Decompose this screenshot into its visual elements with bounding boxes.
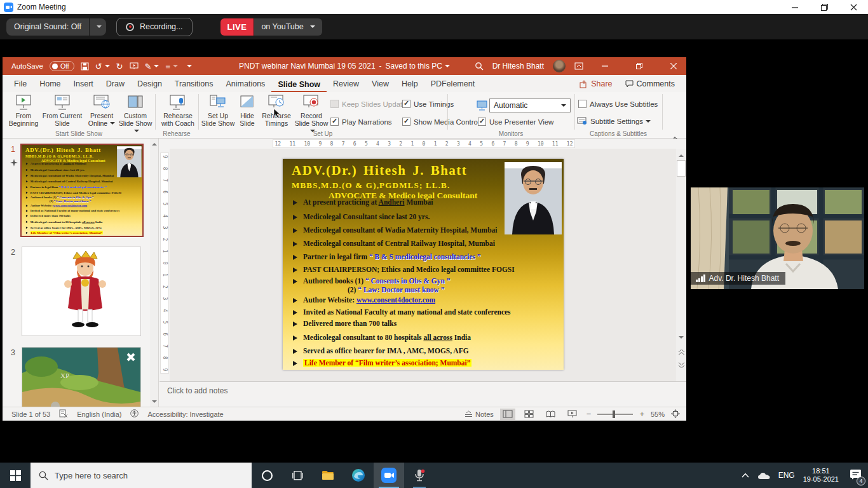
cortana-button[interactable] [252,463,282,488]
slide-counter[interactable]: Slide 1 of 53 [11,410,50,418]
maximize-icon[interactable] [810,0,839,14]
user-name[interactable]: Dr Hitesh Bhatt [492,62,544,71]
rehearse-with-coach-button[interactable]: Rehearse with Coach [159,94,197,127]
group-start-slide-show: Start Slide Show [3,130,155,137]
start-slideshow-icon[interactable] [130,62,139,70]
close-icon[interactable] [839,0,868,14]
autosave-toggle[interactable]: Off [50,61,74,71]
tab-home[interactable]: Home [33,76,67,92]
previous-slide-icon[interactable] [676,348,686,356]
spellcheck-icon[interactable] [59,409,68,419]
qat-customize-icon[interactable] [184,64,192,69]
task-view-button[interactable] [282,463,313,488]
ribbon-display-options-icon[interactable] [574,62,583,70]
recorder-app-button[interactable] [404,463,435,488]
list-icon[interactable]: ≡ [165,62,178,71]
notes-toggle[interactable]: Notes [465,410,494,418]
zoom-slider-knob[interactable] [613,410,615,418]
play-narrations-checkbox[interactable]: Play Narrations [330,118,392,126]
fit-slide-icon[interactable] [671,409,680,419]
slide-thumbnail-3[interactable]: XP [22,347,141,407]
taskbar-search[interactable]: Type here to search [31,463,252,488]
language-status[interactable]: English (India) [77,410,121,418]
file-explorer-button[interactable] [313,463,343,488]
thumbnails-scrollbar[interactable] [150,139,158,407]
zoom-level[interactable]: 55% [651,410,665,418]
zoom-out-button[interactable]: − [587,409,592,419]
slide-sorter-view-button[interactable] [522,409,537,420]
edge-button[interactable] [343,463,374,488]
original-sound-button[interactable]: Original Sound: Off [6,18,89,36]
next-slide-icon[interactable] [676,361,686,369]
tab-transitions[interactable]: Transitions [168,76,220,92]
system-tray: ENG 18:51 19-05-2021 4 [742,467,868,484]
start-button[interactable] [0,463,31,488]
onedrive-cloud-icon[interactable] [757,471,770,480]
scroll-down-icon[interactable] [150,398,158,407]
undo-icon[interactable]: ↺ [95,62,110,71]
ppt-close-icon[interactable] [661,57,686,75]
tab-slide-show[interactable]: Slide Show [271,77,327,93]
reading-view-button[interactable] [543,409,559,420]
tab-pdfelement[interactable]: PDFelement [424,76,481,92]
tab-animations[interactable]: Animations [220,76,272,92]
comments-button[interactable]: Comments [620,78,680,90]
slide-main[interactable]: ADV.(Dr.) Hitesh J. Bhatt MBBS,M.D.(O & … [22,145,142,236]
tray-chevron-icon[interactable] [742,473,749,478]
record-slide-show-button[interactable]: Record Slide Show [294,94,329,135]
show-media-controls-checkbox[interactable]: Show Media Controls [402,118,483,126]
slideshow-view-button[interactable] [565,409,580,420]
accessibility-status[interactable]: Accessibility: Investigate [147,410,223,418]
custom-slide-show-button[interactable]: Custom Slide Show [117,94,154,135]
subtitle-settings-button[interactable]: Subtitle Settings [577,116,651,126]
recording-button[interactable]: Recording... [116,18,192,36]
ppt-restore-icon[interactable] [627,57,652,75]
monitor-select[interactable]: Automatic [489,98,571,112]
avatar[interactable] [553,60,566,72]
scroll-down-icon[interactable] [676,334,686,342]
zoom-slider[interactable] [597,414,633,415]
scrollbar-thumb[interactable] [677,160,686,177]
collapse-ribbon-icon[interactable] [672,125,677,139]
from-beginning-button[interactable]: From Beginning [6,94,41,127]
slide-thumbnail-1[interactable]: ADV.(Dr.) Hitesh J. Bhatt MBBS,M.D.(O & … [20,144,144,237]
from-current-slide-button[interactable]: From Current Slide [39,94,85,127]
tab-insert[interactable]: Insert [67,76,100,92]
tab-draw[interactable]: Draw [100,76,131,92]
notification-center-button[interactable]: 4 [850,469,862,482]
scroll-up-icon[interactable] [150,139,158,147]
always-use-subtitles-checkbox[interactable]: Always Use Subtitles [578,100,658,108]
ppt-minimize-icon[interactable] [592,57,618,75]
set-up-slide-show-button[interactable]: Set Up Slide Show [201,94,235,127]
tab-file[interactable]: File [8,76,33,92]
tab-design[interactable]: Design [131,76,168,92]
canvas-scrollbar[interactable] [676,149,686,381]
tab-view[interactable]: View [365,76,395,92]
use-presenter-view-checkbox[interactable]: Use Presenter View [478,118,553,126]
minimize-icon[interactable] [780,0,810,14]
use-timings-checkbox[interactable]: Use Timings [402,100,454,108]
pen-icon[interactable]: ✎ [145,62,159,71]
slide-main[interactable]: ADV.(Dr.) Hitesh J. Bhatt MBBS,M.D.(O & … [283,159,564,370]
share-button[interactable]: Share [574,78,617,90]
save-icon[interactable] [81,62,89,71]
language-indicator[interactable]: ENG [778,471,795,480]
normal-view-button[interactable] [500,409,515,420]
original-sound-dropdown[interactable] [90,18,106,36]
keep-slides-updated-checkbox[interactable]: Keep Slides Updated [330,100,410,108]
scroll-up-icon[interactable] [676,150,686,158]
notes-icon [465,410,473,417]
zoom-in-button[interactable]: + [639,409,644,419]
on-youtube-button[interactable]: on YouTube [254,18,322,36]
search-icon[interactable] [475,62,484,71]
present-online-button[interactable]: Present Online [85,94,118,127]
redo-icon[interactable]: ↻ [116,62,123,71]
tab-help[interactable]: Help [395,76,424,92]
zoom-app-button[interactable] [374,463,404,488]
slide-thumbnail-2[interactable] [22,247,141,336]
notes-pane[interactable]: Click to add notes [159,381,686,407]
hide-slide-button[interactable]: Hide Slide [235,94,259,127]
tab-review[interactable]: Review [327,76,365,92]
clock[interactable]: 18:51 19-05-2021 [803,467,839,484]
saved-state[interactable]: Saved to this PC [386,62,450,71]
